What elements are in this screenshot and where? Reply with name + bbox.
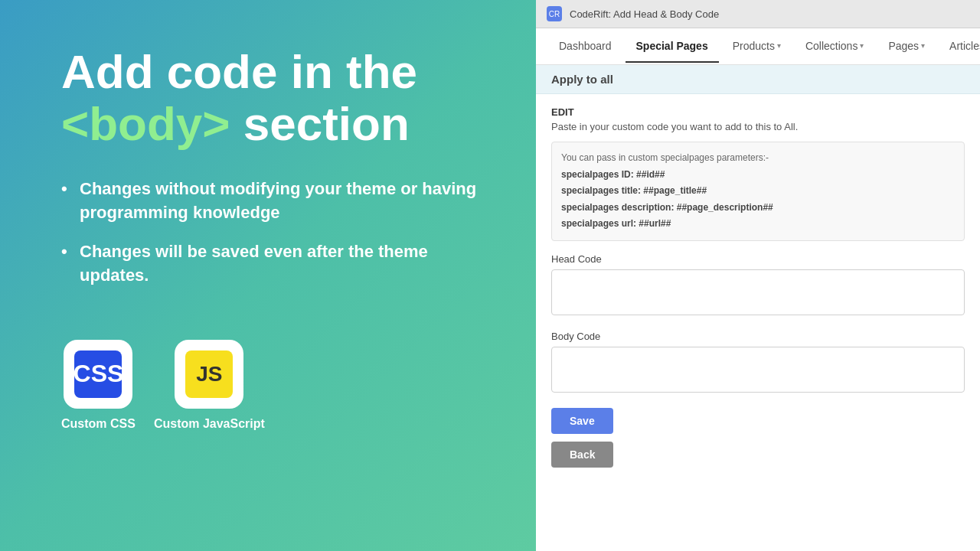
app-content: Dashboard Special Pages Products ▾ Colle… [536, 28, 980, 551]
css-badge: CSS [74, 350, 122, 398]
js-icon-card: JS Custom JavaScript [154, 340, 265, 432]
window-title: CodeRift: Add Head & Body Code [570, 8, 719, 20]
nav-pages[interactable]: Pages ▾ [877, 31, 936, 63]
nav-collections[interactable]: Collections ▾ [795, 31, 874, 63]
bullet-item-2: Changes will be saved even after the the… [61, 240, 490, 288]
params-box: You can pass in custom specialpages para… [551, 142, 965, 241]
head-code-textarea[interactable] [551, 269, 965, 315]
nav-dashboard[interactable]: Dashboard [548, 31, 622, 63]
pages-chevron: ▾ [921, 41, 925, 50]
body-code-label: Body Code [551, 331, 965, 342]
window-chrome: CR CodeRift: Add Head & Body Code [536, 0, 980, 28]
nav-products[interactable]: Products ▾ [722, 31, 792, 63]
section-header: Apply to all [536, 65, 980, 94]
right-panel: CR CodeRift: Add Head & Body Code Dashbo… [536, 0, 980, 551]
js-label: Custom JavaScript [154, 416, 265, 432]
headline-text3: section [243, 97, 410, 150]
css-label: Custom CSS [61, 416, 136, 432]
param-url: specialpages url: ##url## [561, 216, 955, 233]
edit-desc: Paste in your custom code you want to ad… [551, 121, 965, 132]
css-icon-box: CSS [64, 340, 132, 409]
left-panel: Add code in the <body> section Changes w… [0, 0, 536, 551]
bullet-item-1: Changes without modifying your theme or … [61, 178, 490, 225]
nav-bar: Dashboard Special Pages Products ▾ Colle… [536, 28, 980, 65]
headline: Add code in the <body> section [61, 46, 490, 150]
form-area: EDIT Paste in your custom code you want … [536, 94, 980, 551]
headline-body-tag: <body> [61, 97, 230, 150]
collections-chevron: ▾ [860, 41, 864, 50]
nav-articles[interactable]: Articles ▾ [939, 31, 980, 63]
param-description: specialpages description: ##page_descrip… [561, 200, 955, 217]
css-icon-card: CSS Custom CSS [61, 340, 136, 432]
param-id: specialpages ID: ##id## [561, 167, 955, 184]
body-code-textarea[interactable] [551, 347, 965, 393]
save-button[interactable]: Save [551, 408, 613, 434]
bullet-list: Changes without modifying your theme or … [61, 178, 490, 302]
nav-special-pages[interactable]: Special Pages [626, 31, 719, 63]
section-title: Apply to all [551, 73, 613, 86]
js-badge: JS [185, 350, 233, 398]
js-icon-box: JS [175, 340, 243, 409]
icons-row: CSS Custom CSS JS Custom JavaScript [61, 340, 490, 432]
params-intro: You can pass in custom specialpages para… [561, 150, 955, 167]
param-title: specialpages title: ##page_title## [561, 183, 955, 200]
products-chevron: ▾ [777, 41, 781, 50]
back-button[interactable]: Back [551, 442, 613, 468]
app-icon-text: CR [549, 10, 560, 18]
app-icon: CR [547, 6, 562, 21]
edit-label: EDIT [551, 106, 965, 118]
headline-text1: Add code in the [61, 45, 417, 98]
head-code-label: Head Code [551, 253, 965, 265]
